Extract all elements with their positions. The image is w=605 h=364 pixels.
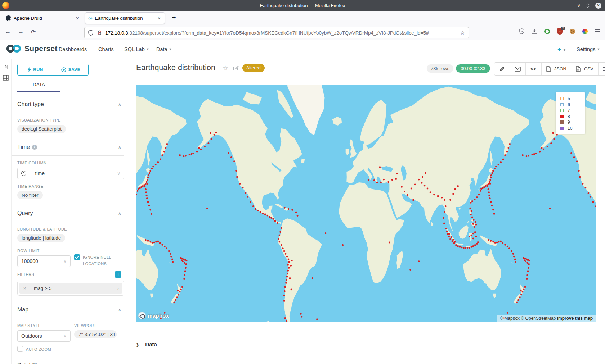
tab-close-icon[interactable]: ×: [75, 15, 80, 21]
run-button[interactable]: RUN: [18, 64, 53, 75]
tab-bar: Apache Druid × ∞ Earthquake distribution…: [0, 11, 605, 25]
attribution-text[interactable]: © Mapbox © OpenStreetMap: [500, 316, 556, 321]
info-icon[interactable]: i: [32, 145, 37, 150]
map-style-select[interactable]: Outdoors ∨: [17, 330, 71, 342]
clock-icon: [21, 171, 26, 176]
visualization-type-value[interactable]: deck.gl Scatterplot: [17, 125, 66, 133]
tab-close-icon[interactable]: ×: [157, 15, 162, 21]
url-bar[interactable]: 172.18.0.3 :32108/superset/explore/?form…: [84, 27, 469, 38]
extension-green-icon[interactable]: [544, 28, 550, 35]
chevron-down-icon: ▼: [169, 47, 172, 51]
chart-title: Earthquake distribution: [136, 63, 215, 72]
window-titlebar: Earthquake distribution — Mozilla Firefo…: [0, 0, 605, 11]
legend-swatch: [560, 120, 564, 124]
deckgl-scatter-map[interactable]: 5678910 mapbox © Mapbox © OpenStreetMap …: [136, 85, 596, 322]
edit-properties-icon[interactable]: [233, 65, 239, 71]
nav-data[interactable]: Data▼: [156, 46, 172, 52]
insecure-lock-icon[interactable]: [97, 30, 102, 36]
minimize-icon[interactable]: ∨: [577, 3, 581, 8]
cookie-extension-icon[interactable]: [569, 28, 575, 35]
chevron-right-icon[interactable]: ›: [117, 285, 122, 291]
chevron-up-icon: ∧: [118, 307, 121, 313]
legend-label: 9: [568, 120, 570, 125]
share-link-button[interactable]: [494, 63, 510, 75]
nav-settings[interactable]: Settings▼: [577, 46, 600, 52]
nav-charts[interactable]: Charts: [98, 46, 114, 52]
url-host: 172.18.0.3: [105, 30, 128, 36]
altered-badge[interactable]: Altered: [242, 64, 265, 72]
back-icon[interactable]: ←: [5, 28, 11, 35]
legend-item[interactable]: 7: [560, 108, 585, 114]
filter-chip[interactable]: × mag > 5 ›: [19, 283, 122, 294]
more-options-icon[interactable]: [599, 63, 605, 75]
forward-icon[interactable]: →: [18, 28, 24, 35]
tab-apache-druid[interactable]: Apache Druid ×: [3, 12, 83, 24]
auto-zoom-checkbox[interactable]: [17, 346, 23, 352]
filter-expression: mag > 5: [30, 286, 117, 291]
row-count-badge: 73k rows: [427, 64, 453, 73]
browser-toolbar: ← → ⟳ 172.18.0.3 :32108/superset/explore…: [0, 25, 605, 40]
row-limit-label: ROW LIMIT: [17, 249, 74, 253]
shield-icon[interactable]: [88, 30, 93, 36]
protections-shield-icon[interactable]: [519, 28, 525, 35]
collapse-panel-icon[interactable]: [3, 64, 11, 70]
tab-data[interactable]: DATA: [17, 82, 60, 92]
section-chart-type[interactable]: Chart type ∧: [17, 101, 121, 108]
mapbox-logo[interactable]: mapbox: [138, 312, 169, 319]
bookmark-star-icon[interactable]: ☆: [460, 29, 465, 36]
legend-item[interactable]: 5: [560, 96, 585, 102]
section-point-size[interactable]: Point Size ∨: [17, 362, 121, 364]
close-window-icon[interactable]: ×: [595, 3, 601, 9]
resize-drag-handle[interactable]: [353, 331, 366, 333]
legend-item[interactable]: 9: [560, 119, 585, 126]
add-filter-button[interactable]: +: [115, 271, 121, 278]
email-button[interactable]: [510, 63, 526, 75]
auto-zoom-label: AUTO ZOOM: [26, 346, 51, 353]
save-button[interactable]: SAVE: [53, 64, 89, 75]
color-asterisk-extension-icon[interactable]: [582, 28, 588, 35]
ignore-null-checkbox[interactable]: [74, 254, 80, 260]
chevron-down-icon: ∨: [63, 259, 67, 264]
legend-item[interactable]: 10: [560, 126, 585, 132]
lonlat-value[interactable]: longitude | latitude: [17, 234, 65, 242]
section-time[interactable]: Time i ∧: [17, 144, 121, 150]
superset-logo[interactable]: Superset: [6, 44, 57, 53]
reload-icon[interactable]: ⟳: [31, 28, 36, 35]
data-panel-title: Data: [145, 341, 157, 347]
viewport-value[interactable]: 7° 35' 54.02" | 31...: [74, 330, 117, 338]
filters-label: FILTERS: [17, 272, 34, 277]
legend-item[interactable]: 8: [560, 114, 585, 120]
remove-filter-icon[interactable]: ×: [19, 286, 30, 291]
section-query[interactable]: Query ∧: [17, 210, 121, 217]
adblock-shield-icon[interactable]: ū2: [556, 28, 563, 35]
time-range-label: TIME RANGE: [17, 184, 124, 188]
maximize-icon[interactable]: [586, 3, 590, 8]
chevron-down-icon: ∨: [63, 333, 67, 338]
section-map[interactable]: Map ∧: [17, 306, 121, 313]
dataset-grid-icon[interactable]: [3, 75, 11, 81]
legend-item[interactable]: 6: [560, 102, 585, 108]
chevron-up-icon: ∧: [118, 211, 121, 216]
add-new-button[interactable]: +▼: [557, 46, 566, 54]
chart-actions-toolbar: <> .JSON .CSV: [494, 62, 605, 76]
download-icon[interactable]: [531, 28, 538, 35]
row-limit-select[interactable]: 100000 ∨: [17, 255, 71, 267]
export-csv-button[interactable]: .CSV: [571, 63, 598, 75]
tab-earthquake-distribution[interactable]: ∞ Earthquake distribution ×: [85, 12, 165, 24]
viewport-label: VIEWPORT: [74, 323, 124, 328]
chart-area: Earthquake distribution ☆ Altered 73k ro…: [128, 59, 605, 364]
time-range-value[interactable]: No filter: [17, 191, 43, 199]
url-path: :32108/superset/explore/?form_data_key=1…: [128, 30, 458, 36]
embed-code-button[interactable]: <>: [526, 63, 542, 75]
time-column-select[interactable]: __time ∨: [17, 168, 124, 179]
nav-sql-lab[interactable]: SQL Lab▼: [124, 46, 149, 52]
nav-dashboards[interactable]: Dashboards: [59, 46, 87, 52]
favorite-star-icon[interactable]: ☆: [222, 64, 228, 72]
menu-hamburger-icon[interactable]: [594, 28, 601, 35]
improve-map-link[interactable]: Improve this map: [557, 316, 593, 321]
export-json-button[interactable]: .JSON: [542, 63, 572, 75]
new-tab-button[interactable]: +: [169, 14, 179, 22]
chevron-down-icon: ▼: [597, 47, 600, 51]
tab-label: Earthquake distribution: [95, 15, 156, 21]
data-results-collapse[interactable]: ❯ Data: [128, 336, 605, 348]
